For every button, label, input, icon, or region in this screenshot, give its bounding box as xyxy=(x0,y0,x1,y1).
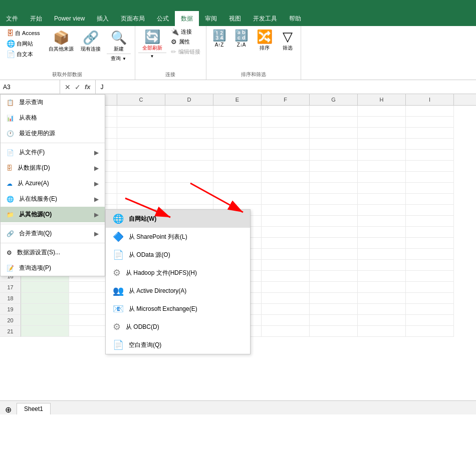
col-header-G[interactable]: G xyxy=(310,94,358,105)
cell-H6[interactable] xyxy=(358,161,406,172)
dropdown-from-db[interactable]: 🗄 从数据库(D) ▶ xyxy=(1,160,105,176)
sort-za-button[interactable]: 🔡 Z↓A xyxy=(231,27,252,50)
cell-A21[interactable] xyxy=(21,326,69,337)
cell-G2[interactable] xyxy=(310,117,358,128)
cell-G17[interactable] xyxy=(310,282,358,293)
sheet-add-button[interactable]: ⊕ xyxy=(2,405,15,414)
cell-H4[interactable] xyxy=(358,139,406,150)
menu-item-data[interactable]: 数据 xyxy=(175,11,199,26)
cell-I11[interactable] xyxy=(406,216,454,227)
cell-H2[interactable] xyxy=(358,117,406,128)
cell-E4[interactable] xyxy=(213,139,262,150)
col-header-D[interactable]: D xyxy=(165,94,213,105)
cell-H13[interactable] xyxy=(358,238,406,249)
col-header-H[interactable]: H xyxy=(358,94,406,105)
cell-H21[interactable] xyxy=(358,326,406,337)
cell-F14[interactable] xyxy=(262,249,310,260)
cell-H10[interactable] xyxy=(358,205,406,216)
sort-az-button[interactable]: 🔢 A↑Z xyxy=(209,27,229,50)
cell-F12[interactable] xyxy=(262,227,310,238)
edit-links-button[interactable]: ✏ 编辑链接 xyxy=(168,47,203,57)
cell-G18[interactable] xyxy=(310,293,358,304)
row-header-18[interactable]: 18 xyxy=(0,293,21,304)
cell-C7[interactable] xyxy=(117,172,165,183)
refresh-all-button[interactable]: 🔄 全部刷新 ▼ xyxy=(138,27,166,60)
col-header-I[interactable]: I xyxy=(406,94,454,105)
cell-H20[interactable] xyxy=(358,315,406,326)
dropdown-from-table[interactable]: 📊 从表格 xyxy=(1,110,105,126)
name-box[interactable] xyxy=(0,80,60,94)
cell-F17[interactable] xyxy=(262,282,310,293)
cell-G7[interactable] xyxy=(310,172,358,183)
cell-E1[interactable] xyxy=(213,106,262,117)
cell-F21[interactable] xyxy=(262,326,310,337)
web-button[interactable]: 🌐 自网站 xyxy=(4,39,43,49)
menu-item-formula[interactable]: 公式 xyxy=(151,11,175,26)
filter-button[interactable]: ▽ 筛选 xyxy=(278,27,298,54)
cell-C2[interactable] xyxy=(117,117,165,128)
cell-I18[interactable] xyxy=(406,293,454,304)
cell-G11[interactable] xyxy=(310,216,358,227)
cell-I14[interactable] xyxy=(406,249,454,260)
cell-G19[interactable] xyxy=(310,304,358,315)
cell-G20[interactable] xyxy=(310,315,358,326)
cell-I21[interactable] xyxy=(406,326,454,337)
cell-F7[interactable] xyxy=(262,172,310,183)
sub-menu-from-active-dir[interactable]: 👥 从 Active Directory(A) xyxy=(106,282,250,300)
cell-G1[interactable] xyxy=(310,106,358,117)
cell-G6[interactable] xyxy=(310,161,358,172)
refresh-arrow[interactable]: ▼ xyxy=(138,53,166,60)
menu-item-review[interactable]: 审阅 xyxy=(199,11,223,26)
dropdown-from-online[interactable]: 🌐 从在线服务(E) ▶ xyxy=(1,191,105,207)
menu-item-view[interactable]: 视图 xyxy=(223,11,247,26)
row-header-21[interactable]: 21 xyxy=(0,326,21,337)
menu-item-home[interactable]: 开始 xyxy=(24,11,48,26)
cell-F9[interactable] xyxy=(262,194,310,205)
cell-H1[interactable] xyxy=(358,106,406,117)
cell-I9[interactable] xyxy=(406,194,454,205)
menu-item-file[interactable]: 文件 xyxy=(0,11,24,26)
cell-G4[interactable] xyxy=(310,139,358,150)
cell-E5[interactable] xyxy=(213,150,262,161)
dropdown-recent-sources[interactable]: 🕐 最近使用的源 xyxy=(1,126,105,141)
existing-conn-button[interactable]: 🔗 现有连接 xyxy=(78,28,104,55)
cell-C6[interactable] xyxy=(117,161,165,172)
sub-menu-from-exchange[interactable]: 📧 从 Microsoft Exchange(E) xyxy=(106,300,250,318)
cell-D4[interactable] xyxy=(165,139,213,150)
cell-G10[interactable] xyxy=(310,205,358,216)
cell-A18[interactable] xyxy=(21,293,69,304)
cell-F15[interactable] xyxy=(262,260,310,271)
cell-I2[interactable] xyxy=(406,117,454,128)
dropdown-from-azure[interactable]: ☁ 从 Azure(A) ▶ xyxy=(1,176,105,191)
cell-I12[interactable] xyxy=(406,227,454,238)
cell-D2[interactable] xyxy=(165,117,213,128)
dropdown-show-query[interactable]: 📋 显示查询 xyxy=(1,95,105,110)
cell-H3[interactable] xyxy=(358,128,406,139)
cell-F20[interactable] xyxy=(262,315,310,326)
cell-I17[interactable] xyxy=(406,282,454,293)
cell-F3[interactable] xyxy=(262,128,310,139)
cell-D3[interactable] xyxy=(165,128,213,139)
cell-G5[interactable] xyxy=(310,150,358,161)
connect-button[interactable]: 🔌 连接 xyxy=(168,27,203,37)
cell-F13[interactable] xyxy=(262,238,310,249)
sub-menu-from-odbc[interactable]: ⚙ 从 ODBC(D) xyxy=(106,318,250,336)
cell-H17[interactable] xyxy=(358,282,406,293)
cell-H5[interactable] xyxy=(358,150,406,161)
cell-C5[interactable] xyxy=(117,150,165,161)
row-header-17[interactable]: 17 xyxy=(0,282,21,293)
cell-H12[interactable] xyxy=(358,227,406,238)
cell-F8[interactable] xyxy=(262,183,310,194)
cell-I3[interactable] xyxy=(406,128,454,139)
cell-H19[interactable] xyxy=(358,304,406,315)
cell-E6[interactable] xyxy=(213,161,262,172)
cell-G12[interactable] xyxy=(310,227,358,238)
cell-F11[interactable] xyxy=(262,216,310,227)
cell-I10[interactable] xyxy=(406,205,454,216)
cell-F6[interactable] xyxy=(262,161,310,172)
dropdown-query-options[interactable]: 📝 查询选项(P) xyxy=(1,260,105,276)
row-header-20[interactable]: 20 xyxy=(0,315,21,326)
cell-F18[interactable] xyxy=(262,293,310,304)
menu-item-devtools[interactable]: 开发工具 xyxy=(247,11,283,26)
cell-I1[interactable] xyxy=(406,106,454,117)
